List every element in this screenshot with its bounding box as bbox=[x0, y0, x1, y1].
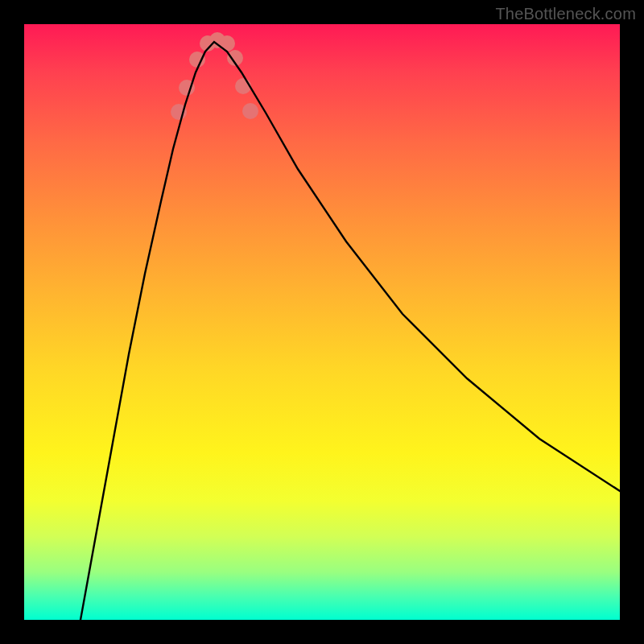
bottleneck-curve bbox=[24, 24, 620, 620]
curve-path bbox=[80, 42, 620, 620]
chart-area bbox=[24, 24, 620, 620]
watermark-text: TheBottleneck.com bbox=[495, 5, 636, 23]
